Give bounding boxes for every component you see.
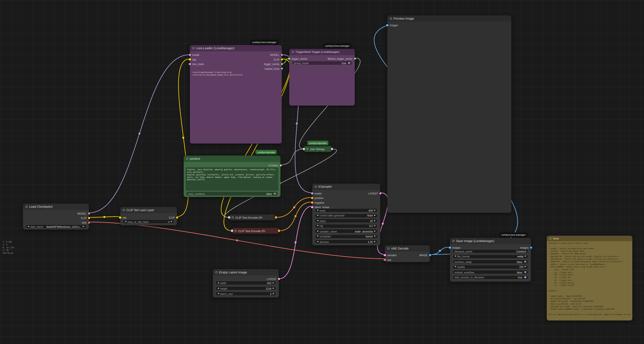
output-port-model[interactable]: MODEL [270,53,283,57]
prompt-textarea[interactable]: highres, very detailed, amazing quality,… [186,168,278,191]
image-port-dot[interactable] [386,24,388,26]
collapse-dot-icon[interactable] [315,186,316,188]
decrement-arrow-icon[interactable]: ◀ [217,282,219,284]
input-port-negative[interactable]: negative [311,200,324,205]
output-port-image[interactable]: IMAGE [419,253,431,258]
output-port-latent[interactable]: LATENT [368,191,382,196]
clip-port-dot[interactable] [188,58,191,60]
node-header[interactable]: TriggerWord Toggle (LoraManager) [289,49,355,55]
model-port-dot[interactable] [88,212,90,214]
widget-stop-at-clip-layer[interactable]: ◀ stop_at_clip_layer -2 ▶ [123,220,174,224]
decrement-arrow-icon[interactable]: ◀ [317,225,318,227]
model-port-dot[interactable] [188,54,191,56]
decrement-arrow-icon[interactable]: ◀ [317,236,318,237]
conditioning-port-dot[interactable] [311,202,313,204]
latent-port-dot[interactable] [311,206,313,208]
toggle-dot-icon[interactable] [524,271,526,273]
increment-arrow-icon[interactable]: ▶ [374,210,376,211]
latent-port-dot[interactable] [384,254,386,256]
widget-steps[interactable]: ◀ steps 20 ▶ [315,218,378,223]
collapse-dot-icon[interactable] [388,248,389,250]
increment-arrow-icon[interactable]: ▶ [273,282,274,284]
collapse-dot-icon[interactable] [123,209,124,211]
widget-control-after-generate[interactable]: ◀ control after generate fixed ▶ [315,214,378,218]
decrement-arrow-icon[interactable]: ◀ [317,220,318,222]
input-port-dot[interactable] [228,216,230,218]
decrement-arrow-icon[interactable]: ◀ [454,256,456,258]
output-port-trigger-words[interactable]: trigger_words [264,62,283,66]
collapse-dot-icon[interactable] [235,230,236,232]
node-header[interactable]: Preview Image [388,15,511,22]
clip-port-dot[interactable] [281,58,283,60]
decrement-arrow-icon[interactable]: ◀ [217,288,219,290]
increment-arrow-icon[interactable]: ▶ [83,226,84,228]
widget-strip-newlines[interactable]: strip_newlines false [186,192,278,196]
input-port-model[interactable]: model [188,53,199,57]
increment-arrow-icon[interactable]: ▶ [374,230,376,232]
node-header[interactable]: positive [184,156,280,162]
widget-embed-workflow[interactable]: embed_workflow false [452,270,528,274]
trigger-words-port-dot[interactable] [281,63,283,65]
output-port-vae[interactable]: VAE [82,220,90,225]
decrement-arrow-icon[interactable]: ◀ [317,210,318,211]
node-clip-text-encode-negative[interactable]: CLIP Text Encode (Pr [232,228,279,234]
decrement-arrow-icon[interactable]: ◀ [125,220,126,222]
decrement-arrow-icon[interactable]: ◀ [317,240,318,242]
collapse-dot-icon[interactable] [232,216,234,218]
widget-cfg[interactable]: ◀ cfg 8.0 ▶ [315,224,378,228]
node-positive-prompt[interactable]: positive STRING highres, very detailed, … [184,156,280,197]
node-header[interactable]: Note [547,236,632,241]
widget-quality[interactable]: ◀ quality 100 ▶ [452,265,528,269]
input-port-clip[interactable]: clip [188,57,196,62]
decrement-arrow-icon[interactable]: ◀ [317,214,318,216]
output-port-latent[interactable]: LATENT [267,276,280,281]
input-port-images[interactable]: images [386,23,398,28]
widget-filename-prefix[interactable]: filename_prefix ComfyUI [452,249,528,253]
input-port-lora-stack[interactable]: lora_stack [188,62,204,66]
node-header[interactable]: Join Strings [304,146,332,152]
node-empty-latent-image[interactable]: Empty Latent Image LATENT ◀ width 832 ▶ … [213,269,279,298]
node-clip-set-last-layer[interactable]: CLIP Set Last Layer clip CLIP ◀ stop_at_… [120,207,177,225]
decrement-arrow-icon[interactable]: ◀ [28,226,29,228]
output-port-clip[interactable]: CLIP [81,216,90,220]
widget-width[interactable]: ◀ width 832 ▶ [216,281,276,285]
widget-seed[interactable]: ◀ seed 409 ▶ [315,208,378,212]
node-save-image[interactable]: Save Image (LoraManager) images images f… [450,238,531,282]
increment-arrow-icon[interactable]: ▶ [374,236,376,237]
node-preview-image[interactable]: Preview Image images [388,15,511,213]
clip-port-dot[interactable] [119,216,122,219]
collapse-dot-icon[interactable] [26,206,27,208]
widget-height[interactable]: ◀ height 1216 ▶ [216,286,276,290]
widget-lossless-webp[interactable]: lossless_webp false [452,260,528,264]
increment-arrow-icon[interactable]: ▶ [273,288,274,290]
increment-arrow-icon[interactable]: ▶ [273,293,274,295]
widget-denoise[interactable]: ◀ denoise 1.00 ▶ [315,240,378,244]
increment-arrow-icon[interactable]: ▶ [525,266,526,268]
clip-port-dot[interactable] [88,217,90,219]
node-lora-loader[interactable]: Lora Loader (LoraManager) model clip lor… [190,45,282,144]
decrement-arrow-icon[interactable]: ◀ [217,293,219,295]
string-output-port-dot[interactable] [331,148,333,150]
input-port-trigger-words[interactable]: trigger_words [288,56,307,61]
string-port-dot[interactable] [280,164,282,166]
toggle-dot-icon[interactable] [524,260,526,262]
widget-ckpt-name[interactable]: ◀ ckpt_name ilwaiNSFWIllustrious_v110.s.… [26,224,86,229]
widget-batch-size[interactable]: ◀ batch_size 3 ▶ [216,292,276,296]
widget-file-format[interactable]: ◀ file_format webp ▶ [452,254,528,259]
image-port-dot[interactable] [448,246,451,249]
increment-arrow-icon[interactable]: ▶ [525,256,526,258]
widget-group-mode[interactable]: group_mode true [292,61,352,65]
collapse-dot-icon[interactable] [306,148,308,150]
node-header[interactable]: Load Checkpoint [23,204,89,210]
node-header[interactable]: KSampler [312,184,380,190]
collapse-dot-icon[interactable] [216,271,217,273]
collapse-dot-icon[interactable] [549,238,551,240]
output-port-clip[interactable]: CLIP [169,216,178,220]
input-port-clip[interactable]: clip [119,216,126,220]
widget-sampler-name[interactable]: ◀ sampler_name euler_ancestral ▶ [315,229,378,233]
image-port-dot[interactable] [429,254,431,256]
increment-arrow-icon[interactable]: ▶ [374,220,376,222]
image-port-dot[interactable] [530,246,532,249]
loaded-loras-port-dot[interactable] [281,68,283,70]
conditioning-output-port-dot[interactable] [275,216,277,218]
